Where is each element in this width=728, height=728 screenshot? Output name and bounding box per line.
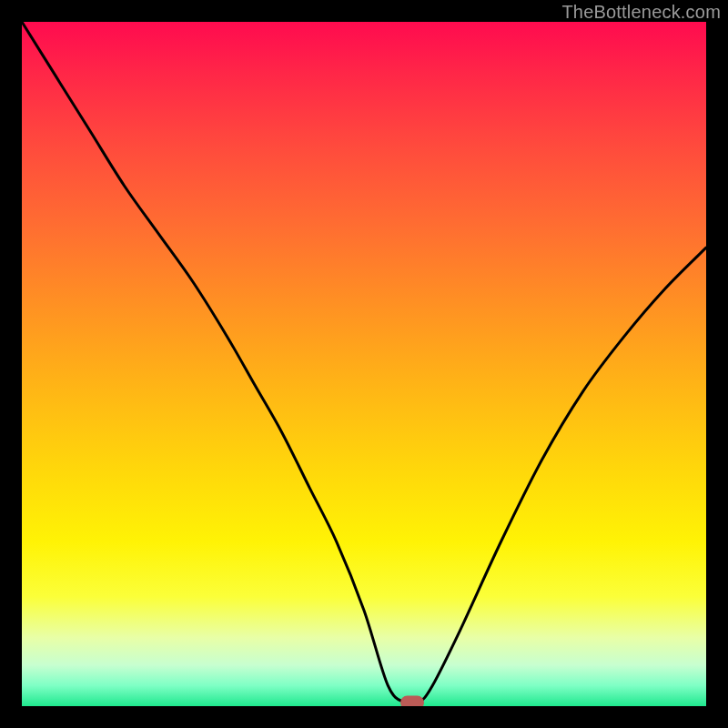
bottleneck-curve <box>22 22 706 706</box>
plot-area <box>22 22 706 706</box>
watermark-text: TheBottleneck.com <box>561 2 721 23</box>
chart-frame: TheBottleneck.com <box>0 0 728 728</box>
optimal-point-marker <box>400 696 424 706</box>
